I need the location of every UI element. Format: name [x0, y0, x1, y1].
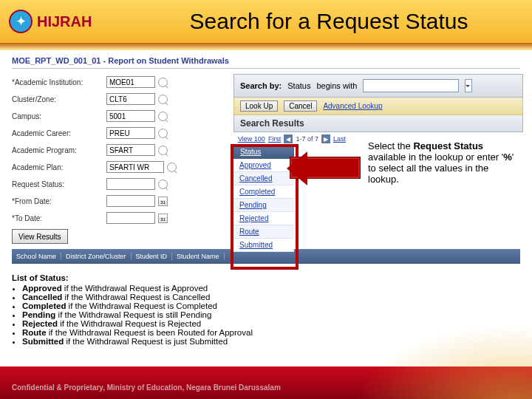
- label-from-date: *From Date:: [12, 197, 106, 205]
- header-underbar: [0, 43, 532, 50]
- lookup-icon[interactable]: [158, 180, 168, 189]
- search-results-title: Search Results: [233, 115, 523, 132]
- range-label: 1-7 of 7: [296, 135, 318, 143]
- status-list-title: List of Status:: [12, 273, 253, 282]
- input-cluster[interactable]: [106, 93, 155, 105]
- status-item: Rejected if the Withdrawal Request is Re…: [22, 319, 253, 328]
- lookup-icon[interactable]: [158, 146, 168, 155]
- status-item: Cancelled if the Withdrawal Request is C…: [22, 293, 253, 301]
- label-academic-institution: *Academic Institution:: [12, 78, 106, 86]
- calendar-icon[interactable]: 31: [158, 197, 168, 206]
- next-icon[interactable]: ▶: [321, 134, 330, 143]
- label-plan: Academic Plan:: [12, 163, 106, 171]
- view-results-button[interactable]: View Results: [12, 229, 68, 244]
- status-item: Route if the Withdrawal Request is been …: [22, 328, 253, 337]
- input-from-date[interactable]: [106, 195, 155, 207]
- status-item: Completed if the Withdrawal Request is C…: [22, 301, 253, 310]
- input-academic-institution[interactable]: [106, 76, 155, 88]
- logo: ✦ HIJRAH: [9, 10, 134, 33]
- lookup-icon[interactable]: [158, 78, 168, 87]
- lookup-button-row: Look Up Cancel Advanced Lookup: [233, 98, 523, 115]
- cancel-button[interactable]: Cancel: [284, 100, 317, 112]
- col-district: District Zone/Cluster: [61, 253, 132, 260]
- label-campus: Campus:: [12, 112, 106, 120]
- search-operator: begins with: [316, 81, 357, 90]
- label-program: Academic Program:: [12, 146, 106, 154]
- report-title: MOE_RPT_WD_001_01 - Report on Student Wi…: [12, 56, 520, 65]
- lookup-search-bar: Search by: Status begins with: [233, 74, 523, 98]
- input-to-date[interactable]: [106, 212, 155, 224]
- result-row[interactable]: Completed: [233, 185, 294, 199]
- prev-icon[interactable]: ◀: [284, 134, 293, 143]
- calendar-icon[interactable]: 31: [158, 214, 168, 223]
- logo-text: HIJRAH: [37, 13, 92, 30]
- status-item: Pending if the Withdrawal Request is sti…: [22, 310, 253, 319]
- view-100-link[interactable]: View 100: [238, 135, 265, 143]
- result-row[interactable]: Route: [233, 225, 294, 239]
- lookup-icon[interactable]: [158, 95, 168, 104]
- search-value-input[interactable]: [363, 79, 459, 92]
- search-field-name: Status: [287, 81, 310, 90]
- search-by-label: Search by:: [240, 81, 282, 90]
- result-row[interactable]: Pending: [233, 199, 294, 212]
- footer-band: [0, 366, 532, 399]
- col-student-name: Student Name: [172, 253, 225, 260]
- annotation-arrow: [290, 157, 361, 179]
- status-item: Submitted if the Withdrawal Request is j…: [22, 337, 253, 346]
- label-cluster: Cluster/Zone:: [12, 95, 106, 103]
- label-to-date: *To Date:: [12, 214, 106, 222]
- dropdown-icon[interactable]: [465, 79, 472, 92]
- logo-icon: ✦: [9, 10, 33, 33]
- lookup-button[interactable]: Look Up: [240, 100, 278, 112]
- input-program[interactable]: [106, 144, 155, 156]
- input-plan[interactable]: [106, 161, 164, 173]
- result-row[interactable]: Submitted: [233, 239, 294, 252]
- input-campus[interactable]: [106, 110, 155, 122]
- input-request-status[interactable]: [106, 178, 155, 190]
- lookup-icon[interactable]: [158, 112, 168, 121]
- status-item: Approved if the Withdrawal Request is Ap…: [22, 284, 253, 293]
- status-list: List of Status: Approved if the Withdraw…: [12, 273, 253, 346]
- footer-text: Confidential & Proprietary, Ministry of …: [12, 383, 281, 392]
- callout-text: Select the Request Status available in t…: [368, 140, 516, 185]
- col-school: School Name: [12, 253, 61, 260]
- col-student-id: Student ID: [132, 253, 173, 260]
- advanced-lookup-link[interactable]: Advanced Lookup: [323, 102, 382, 110]
- last-link[interactable]: Last: [333, 135, 346, 143]
- lookup-icon[interactable]: [158, 129, 168, 138]
- result-row[interactable]: Rejected: [233, 212, 294, 225]
- label-career: Academic Career:: [12, 129, 106, 137]
- label-request-status: Request Status:: [12, 180, 106, 188]
- page-title: Search for a Request Status: [134, 9, 523, 34]
- first-link[interactable]: First: [268, 135, 282, 143]
- header-band: ✦ HIJRAH Search for a Request Status: [0, 0, 532, 43]
- input-career[interactable]: [106, 127, 155, 139]
- lookup-icon[interactable]: [167, 163, 177, 172]
